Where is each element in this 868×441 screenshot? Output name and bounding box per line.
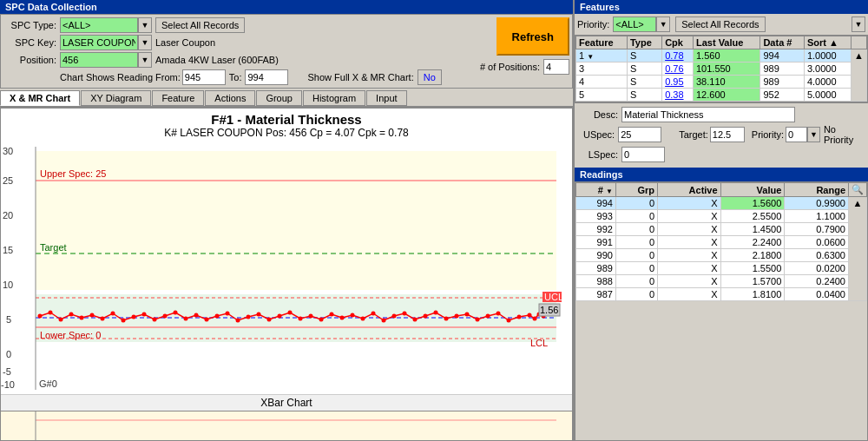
priority-num-dropdown[interactable]: ▼	[807, 127, 820, 142]
tab-group[interactable]: Group	[256, 90, 302, 106]
spc-key-desc: Laser Coupon	[155, 37, 215, 48]
feature-col-header: Feature	[576, 36, 628, 49]
features-scroll-down[interactable]: ▼	[852, 16, 865, 32]
show-full-btn[interactable]: No	[418, 69, 442, 85]
svg-point-45	[299, 317, 303, 321]
spc-key-row: SPC Key: ▼ Laser Coupon	[3, 35, 471, 50]
svg-point-47	[319, 318, 324, 322]
to-input[interactable]	[245, 69, 288, 85]
svg-point-38	[226, 312, 230, 316]
reading-987-grp: 0	[615, 288, 657, 301]
spc-type-input[interactable]	[60, 17, 138, 33]
tab-xmr[interactable]: X & MR Chart	[0, 90, 80, 106]
num-positions-input[interactable]	[543, 59, 569, 75]
reading-988-num: 988	[576, 275, 616, 288]
chart-shows-label: Chart Shows Reading From:	[60, 72, 181, 82]
feature-5-sort: 5.0000	[804, 89, 851, 102]
last-value-callout: 1.56	[540, 305, 558, 315]
reading-991-active: X	[658, 236, 721, 249]
chart-area: F#1 - Material Thickness K# LASER COUPON…	[0, 108, 573, 441]
reading-row-994[interactable]: 994 0 X 1.5600 0.9900 ▲	[576, 197, 867, 210]
uspec-input[interactable]	[618, 127, 661, 142]
reading-row-992[interactable]: 992 0 X 1.4500 0.7900	[576, 223, 867, 236]
feature-5-type: S	[627, 89, 661, 102]
reading-989-num: 989	[576, 262, 616, 275]
target-text: Target	[40, 242, 67, 253]
feature-row-5[interactable]: 5 S 0.38 12.600 952 5.0000	[576, 89, 867, 102]
reading-992-value: 1.4500	[720, 223, 785, 236]
svg-point-59	[444, 317, 449, 321]
desc-input[interactable]	[621, 107, 795, 122]
xbar-chart-svg: Upper Spec: 25 Target Lower Spec: 0 UCL …	[1, 142, 565, 394]
priority-input[interactable]	[613, 16, 656, 32]
position-input[interactable]	[60, 52, 138, 68]
spc-key-label: SPC Key:	[3, 37, 60, 48]
svg-point-61	[465, 313, 470, 317]
svg-point-40	[247, 315, 251, 319]
features-header-row: Feature Type Cpk Last Value Data # Sort …	[576, 36, 867, 49]
reading-994-num: 994	[576, 197, 616, 210]
feature-1-sort: 1.0000	[804, 49, 851, 63]
reading-row-990[interactable]: 990 0 X 2.1800 0.6300	[576, 249, 867, 262]
svg-point-46	[309, 314, 313, 319]
target-label-desc: Target:	[679, 129, 708, 140]
feature-5-num: 5	[576, 89, 628, 102]
reading-992-range: 0.7900	[785, 223, 849, 236]
feature-4-type: S	[627, 76, 661, 89]
tab-actions[interactable]: Actions	[205, 90, 255, 106]
readings-scrollbar[interactable]: ▲	[849, 197, 867, 301]
from-input[interactable]	[182, 69, 226, 85]
tab-input[interactable]: Input	[366, 90, 406, 106]
refresh-button[interactable]: Refresh	[496, 17, 569, 56]
show-full-label: Show Full X & MR Chart:	[307, 72, 413, 82]
priority-dropdown[interactable]: ▼	[656, 16, 670, 32]
feature-row-3[interactable]: 3 S 0.76 101.550 989 3.0000	[576, 63, 867, 76]
feature-row-4[interactable]: 4 S 0.95 38.110 989 4.0000	[576, 76, 867, 89]
priority-num-input[interactable]	[786, 127, 807, 142]
reading-992-num: 992	[576, 223, 616, 236]
reading-989-active: X	[658, 262, 721, 275]
tab-feature[interactable]: Feature	[152, 90, 204, 106]
spc-key-dropdown[interactable]: ▼	[138, 35, 152, 50]
spc-type-dropdown[interactable]: ▼	[138, 17, 152, 33]
svg-point-36	[205, 318, 209, 322]
spc-key-input[interactable]	[60, 35, 138, 50]
readings-header-row: # ▼ Grp Active Value Range 🔍	[576, 183, 867, 197]
svg-point-28	[122, 319, 126, 323]
reading-row-989[interactable]: 989 0 X 1.5500 0.0200	[576, 262, 867, 275]
reading-row-987[interactable]: 987 0 X 1.8100 0.0400	[576, 288, 867, 301]
reading-989-grp: 0	[615, 262, 657, 275]
feature-1-last-value: 1.560	[693, 49, 760, 63]
desc-section: Desc: USpec: Target: Priority: ▼ No Prio…	[575, 102, 868, 168]
svg-point-26	[101, 317, 105, 321]
reading-987-active: X	[658, 288, 721, 301]
features-table-container: Feature Type Cpk Last Value Data # Sort …	[575, 35, 868, 102]
svg-point-51	[361, 317, 365, 321]
features-scrollbar[interactable]: ▲	[852, 49, 867, 102]
features-header: Features	[575, 0, 868, 14]
reading-994-value: 1.5600	[720, 197, 785, 210]
feature-4-cpk: 0.95	[662, 76, 694, 89]
select-all-records-btn[interactable]: Select All Records	[155, 17, 245, 33]
svg-point-44	[288, 311, 293, 315]
spc-type-label: SPC Type:	[3, 20, 60, 30]
readings-header: Readings	[575, 168, 868, 181]
features-select-all-btn[interactable]: Select All Records	[675, 16, 765, 32]
tab-xy[interactable]: XY Diagram	[81, 90, 151, 106]
lspec-input[interactable]	[621, 147, 665, 162]
tab-histogram[interactable]: Histogram	[303, 90, 365, 106]
svg-point-60	[455, 314, 459, 319]
reading-994-active: X	[658, 197, 721, 210]
svg-point-62	[476, 318, 480, 322]
position-dropdown[interactable]: ▼	[138, 52, 152, 68]
priority-label: Priority:	[577, 19, 609, 30]
svg-point-56	[413, 318, 418, 322]
svg-text:15: 15	[3, 245, 13, 255]
reading-row-991[interactable]: 991 0 X 2.2400 0.0600	[576, 236, 867, 249]
target-input[interactable]	[710, 127, 745, 142]
reading-row-988[interactable]: 988 0 X 1.5700 0.2400	[576, 275, 867, 288]
feature-row-1[interactable]: 1 ▼ S 0.78 1.560 994 1.0000 ▲	[576, 49, 867, 63]
chart-tabs: X & MR Chart XY Diagram Feature Actions …	[0, 90, 573, 108]
cpk-col-header: Cpk	[662, 36, 694, 49]
reading-row-993[interactable]: 993 0 X 2.5500 1.1000	[576, 210, 867, 223]
